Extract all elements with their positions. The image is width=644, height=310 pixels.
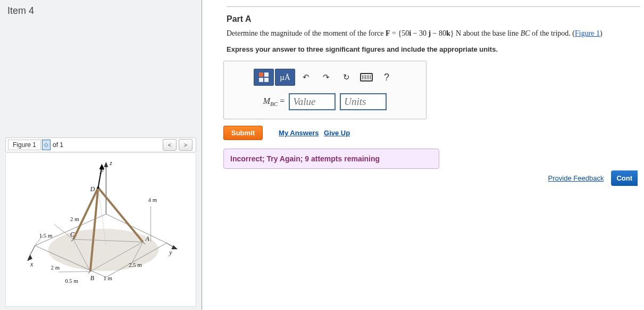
- dim-2m-b: 2 m: [51, 264, 60, 271]
- templates-button[interactable]: [254, 69, 274, 86]
- variable-label: MBC =: [263, 96, 285, 107]
- keyboard-icon: [360, 73, 373, 81]
- dim-1-5m: 1.5 m: [39, 232, 53, 239]
- axis-x-label: x: [30, 260, 34, 268]
- prompt-k: k: [446, 29, 450, 37]
- answer-box: µÅ ↶ ↷ ↻ ? MBC =: [223, 61, 426, 119]
- special-chars-button[interactable]: µÅ: [275, 69, 295, 86]
- feedback-message: Incorrect; Try Again; 9 attempts remaini…: [223, 149, 439, 169]
- axis-y-label: y: [169, 249, 172, 256]
- dim-2m-a: 2 m: [70, 216, 79, 222]
- my-answers-link[interactable]: My Answers: [279, 129, 319, 137]
- item-title: Item 4: [7, 5, 196, 17]
- keyboard-button[interactable]: [357, 69, 376, 85]
- point-d-label: D: [90, 185, 95, 193]
- figure-prev-button[interactable]: <: [163, 139, 177, 151]
- point-b-label: B: [90, 274, 94, 282]
- axis-z-label: z: [109, 159, 112, 167]
- provide-feedback-link[interactable]: Provide Feedback: [548, 174, 604, 182]
- units-input[interactable]: [340, 93, 387, 110]
- prompt-text: Determine the magnitude of the moment of…: [227, 29, 386, 37]
- prompt-eq: = {50: [392, 29, 409, 37]
- svg-point-0: [48, 229, 159, 271]
- answer-toolbar: µÅ ↶ ↷ ↻ ?: [254, 69, 396, 86]
- dim-1m: 1 m: [103, 275, 112, 281]
- value-input[interactable]: [289, 93, 336, 110]
- figure-count: of 1: [53, 141, 63, 149]
- reset-button[interactable]: ↻: [337, 69, 356, 85]
- continue-button[interactable]: Cont: [611, 170, 638, 186]
- prompt-close: ): [600, 29, 603, 37]
- redo-button[interactable]: ↷: [316, 69, 336, 85]
- templates-icon: [259, 72, 269, 82]
- help-button[interactable]: ?: [377, 69, 396, 85]
- figure-label: Figure 1: [8, 140, 41, 150]
- question-prompt: Determine the magnitude of the moment of…: [227, 29, 644, 38]
- figure-canvas: z y x F D C A B 2 m 1.5 m 2 m 0.5 m 1 m …: [5, 153, 196, 307]
- force-label: F: [99, 168, 104, 175]
- submit-button[interactable]: Submit: [223, 126, 263, 140]
- dim-4m: 4 m: [148, 197, 157, 203]
- prompt-bc: BC: [521, 29, 530, 37]
- divider: [227, 6, 640, 7]
- undo-button[interactable]: ↶: [296, 69, 315, 85]
- point-c-label: C: [70, 231, 75, 238]
- figure-link[interactable]: Figure 1: [575, 29, 600, 37]
- prompt-force-symbol: F: [386, 29, 390, 37]
- prompt-j: j: [426, 29, 431, 37]
- prompt-post: } N about the base line: [450, 29, 521, 37]
- svg-marker-5: [171, 245, 178, 249]
- figure-next-button[interactable]: >: [179, 139, 193, 151]
- prompt-m1: − 30: [411, 29, 426, 37]
- svg-line-20: [88, 272, 90, 274]
- svg-line-23: [58, 272, 90, 272]
- dim-0-5m: 0.5 m: [65, 278, 78, 284]
- prompt-tail: of the tripod. (: [530, 29, 575, 37]
- point-a-label: A: [145, 235, 150, 242]
- dim-2-5m: 2.5 m: [129, 262, 142, 268]
- give-up-link[interactable]: Give Up: [324, 129, 350, 137]
- svg-marker-3: [104, 162, 108, 167]
- part-title: Part A: [227, 14, 644, 24]
- answer-instructions: Express your answer to three significant…: [227, 45, 644, 53]
- figure-nav-bar: Figure 1 ◇ of 1 < >: [5, 137, 196, 152]
- figure-selector[interactable]: ◇: [42, 140, 51, 150]
- prompt-m2: − 80: [431, 29, 446, 37]
